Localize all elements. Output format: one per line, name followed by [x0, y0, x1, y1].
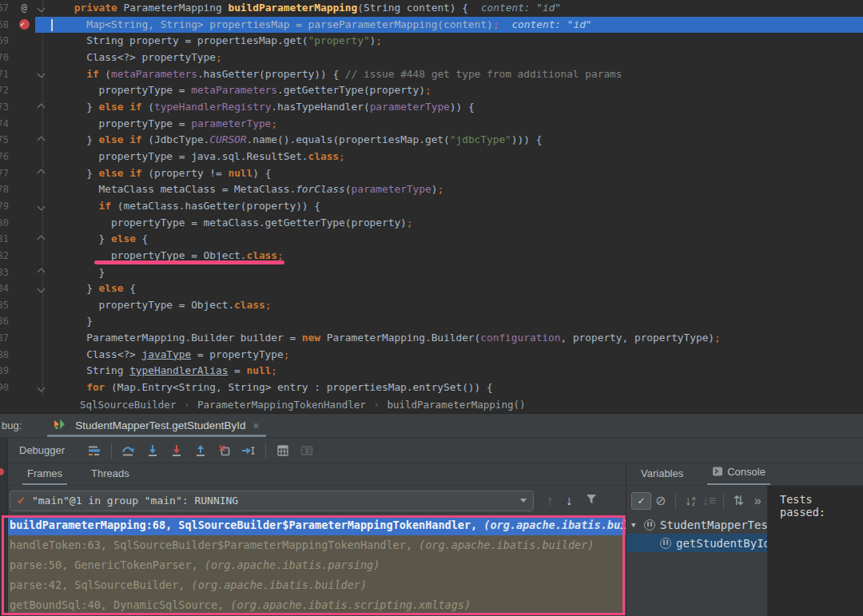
debug-tool-window: bug: StudentMapperTest.getStudentById × …: [0, 413, 863, 616]
breadcrumb-item[interactable]: buildParameterMapping(): [387, 399, 525, 411]
previous-frame-icon[interactable]: ↑: [547, 494, 553, 508]
tree-expand-icon[interactable]: ▼: [631, 521, 639, 529]
code-token: ;: [714, 332, 721, 344]
code-line: 68Map<String, String> propertiesMap = pa…: [0, 17, 863, 34]
code-token: propertyType = Object.: [99, 299, 235, 311]
run-config-tab-label: StudentMapperTest.getStudentById: [75, 419, 245, 431]
fold-up-icon[interactable]: [35, 99, 50, 116]
ide-window: 67@private ParameterMapping buildParamet…: [0, 0, 863, 616]
code-token: {: [136, 232, 148, 244]
step-over-icon[interactable]: [119, 442, 138, 459]
code-token: Map<String, String> propertiesMap = pars…: [86, 18, 493, 30]
gutter-spacer: [13, 132, 35, 149]
tab-threads[interactable]: Threads: [88, 467, 133, 485]
next-frame-icon[interactable]: ↓: [566, 494, 572, 508]
code-token: }: [86, 315, 93, 327]
expand-collapse-icon[interactable]: ⇅: [730, 492, 747, 510]
gutter-spacer: [13, 149, 35, 165]
gutter-spacer: [13, 248, 35, 264]
stack-frame[interactable]: parse:42, SqlSourceBuilder, (org.apache.…: [0, 575, 626, 595]
fold-up-icon[interactable]: [35, 132, 50, 149]
line-number: 73: [0, 99, 13, 116]
fold-down-icon[interactable]: [35, 0, 50, 17]
sort-by-duration-icon[interactable]: ↓≡: [701, 492, 718, 510]
fold-spacer: [35, 363, 50, 380]
code-token: (: [345, 183, 352, 195]
run-to-cursor-icon[interactable]: [239, 442, 258, 459]
code-token: ParameterMapping.Builder(: [320, 332, 480, 344]
code-line: 88Class<?> javaType = propertyType;: [0, 347, 863, 364]
frame-location: buildParameterMapping:68, SqlSourceBuild…: [10, 519, 483, 531]
step-out-icon[interactable]: [191, 442, 210, 459]
fold-spacer: [35, 248, 50, 264]
fold-spacer: [35, 116, 50, 133]
run-config-tab[interactable]: StudentMapperTest.getStudentById ×: [47, 414, 265, 437]
line-number: 82: [0, 248, 13, 264]
inline-debug-hint: content: "id": [481, 2, 561, 14]
sort-alphabetically-icon[interactable]: ↓az: [682, 492, 699, 510]
fold-spacer: [35, 17, 50, 34]
breadcrumb-item[interactable]: ParameterMappingTokenHandler: [197, 399, 366, 411]
stack-frame[interactable]: handleToken:63, SqlSourceBuilder$Paramet…: [0, 535, 626, 555]
evaluate-expression-icon[interactable]: [273, 442, 292, 459]
fold-down-icon[interactable]: [35, 280, 50, 297]
breadcrumb-item[interactable]: SqlSourceBuilder: [80, 399, 176, 411]
show-passed-icon[interactable]: ✓: [631, 492, 651, 510]
stack-frame[interactable]: getBoundSql:40, DynamicSqlSource, (org.a…: [0, 595, 626, 615]
test-tree-node[interactable]: getStudentById: [626, 534, 767, 552]
stack-frame[interactable]: parse:50, GenericTokenParser, (org.apach…: [0, 555, 626, 575]
restore-layout-icon[interactable]: [297, 442, 316, 459]
fold-spacer: [35, 149, 50, 165]
tab-console[interactable]: Console: [709, 466, 769, 485]
force-step-into-icon[interactable]: [167, 442, 186, 459]
code-text: propertyType = metaClass.getGetterType(p…: [50, 215, 863, 232]
code-token: else if: [99, 101, 149, 113]
frames-panel: Frames Threads ✓ "main"@1 in group "main…: [0, 463, 626, 616]
frame-package: (org.apache.ibatis.scripting.xmltags): [230, 598, 471, 611]
code-token: class: [308, 150, 340, 162]
code-token: ;: [407, 217, 413, 229]
code-text: for (Map.Entry<String, String> entry : p…: [50, 380, 863, 396]
drop-frame-icon[interactable]: [215, 442, 234, 459]
code-line: 82propertyType = Object.class;: [0, 248, 863, 264]
frame-location: parse:42, SqlSourceBuilder,: [10, 578, 192, 591]
frame-package: (org.apache.ibatis.parsing): [205, 558, 380, 571]
fold-down-icon[interactable]: [35, 198, 50, 215]
thread-selector-dropdown[interactable]: ✓ "main"@1 in group "main": RUNNING: [10, 491, 534, 511]
code-token: ;: [284, 348, 290, 360]
gutter-spacer: [13, 198, 35, 215]
filter-frames-icon[interactable]: [585, 493, 598, 508]
close-icon[interactable]: ×: [253, 419, 259, 432]
gutter-spacer: [13, 33, 35, 50]
fold-up-icon[interactable]: [35, 231, 50, 248]
stack-frame[interactable]: buildParameterMapping:68, SqlSourceBuild…: [0, 515, 626, 535]
fold-up-icon[interactable]: [35, 165, 50, 182]
fold-down-icon[interactable]: [35, 66, 50, 83]
code-line: 71if (metaParameters.hasGetter(property)…: [0, 66, 863, 83]
gutter-spacer: [13, 330, 35, 347]
step-into-icon[interactable]: [143, 442, 162, 459]
show-execution-point-icon[interactable]: [85, 442, 104, 459]
tab-variables[interactable]: Variables: [638, 467, 686, 485]
fold-down-icon[interactable]: [35, 380, 50, 396]
fold-spacer: [35, 313, 50, 330]
stack-frames-list: buildParameterMapping:68, SqlSourceBuild…: [0, 515, 626, 616]
show-ignored-icon[interactable]: ⊘: [652, 492, 670, 510]
code-token: "property": [308, 34, 370, 46]
gutter-spacer: [13, 313, 35, 330]
code-text: if (metaClass.hasGetter(property)) {: [50, 198, 863, 215]
code-line: 69String property = propertiesMap.get("p…: [0, 33, 863, 50]
console-output-text: Tests passed:: [780, 493, 825, 519]
more-options-icon[interactable]: »: [749, 492, 766, 510]
code-token: Class<?> propertyType: [86, 51, 216, 63]
fold-up-icon[interactable]: [35, 264, 50, 281]
tab-frames[interactable]: Frames: [24, 467, 66, 485]
fold-spacer: [35, 82, 50, 99]
code-line: 67@private ParameterMapping buildParamet…: [0, 0, 863, 17]
test-tree-node[interactable]: ▼StudentMapperTest: [626, 515, 767, 534]
code-token: (metaClass.hasGetter(property)) {: [117, 200, 320, 212]
code-token: else if: [99, 167, 149, 179]
breakpoint-icon[interactable]: [13, 17, 35, 34]
code-text: Class<?> propertyType;: [50, 50, 863, 66]
code-token: ;: [437, 183, 443, 195]
